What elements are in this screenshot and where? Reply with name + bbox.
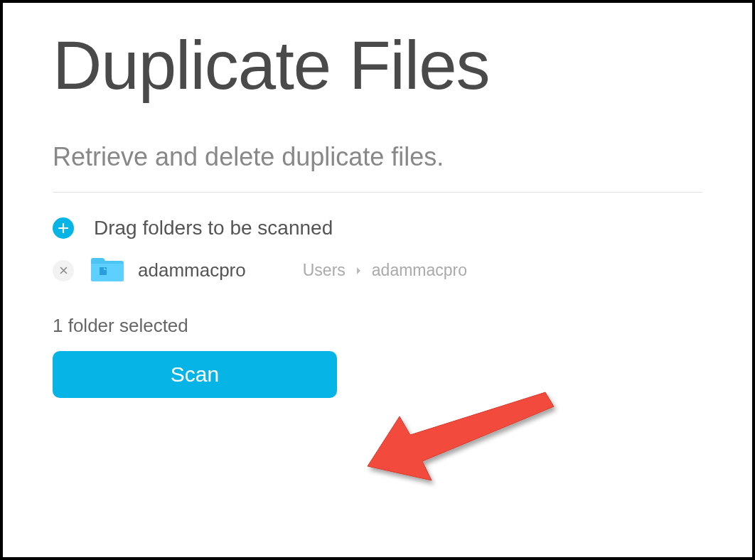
add-folder-button[interactable] bbox=[53, 217, 74, 239]
plus-icon bbox=[58, 223, 68, 233]
drag-folders-row[interactable]: Drag folders to be scanned bbox=[53, 217, 702, 239]
divider bbox=[53, 192, 702, 193]
folder-item: adammacpro Users adammacpro bbox=[53, 255, 702, 286]
arrow-annotation-icon bbox=[355, 379, 561, 493]
close-icon bbox=[60, 266, 68, 274]
folder-name: adammacpro bbox=[138, 259, 246, 281]
selection-status: 1 folder selected bbox=[53, 315, 702, 337]
path-segment: Users bbox=[303, 261, 346, 280]
drag-folders-label: Drag folders to be scanned bbox=[94, 217, 333, 239]
path-segment: adammacpro bbox=[372, 261, 467, 280]
chevron-right-icon bbox=[355, 266, 362, 275]
folder-icon bbox=[90, 255, 125, 286]
page-title: Duplicate Files bbox=[53, 28, 702, 103]
scan-button[interactable]: Scan bbox=[53, 351, 337, 398]
remove-folder-button[interactable] bbox=[53, 260, 74, 281]
page-subtitle: Retrieve and delete duplicate files. bbox=[53, 142, 702, 172]
